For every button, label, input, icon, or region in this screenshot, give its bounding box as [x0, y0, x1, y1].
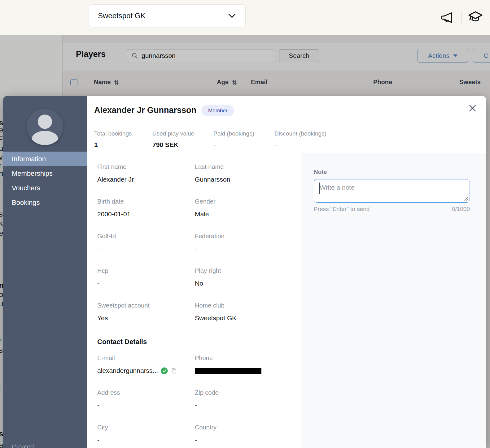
note-pane: Note Press "Enter" to send 0/1000 — [301, 153, 486, 448]
close-icon — [468, 104, 477, 112]
field-hcp: Hcp - — [97, 267, 195, 287]
club-selector[interactable]: Sweetspot GK — [89, 4, 246, 27]
person-icon — [27, 109, 63, 145]
redacted-phone-value — [195, 368, 261, 374]
tab-bookings[interactable]: Bookings — [3, 195, 87, 210]
field-phone: Phone — [195, 354, 301, 375]
field-sweetspot-account: Sweetspot account Yes — [97, 302, 195, 322]
note-label: Note — [314, 169, 470, 175]
field-address: Address - — [97, 389, 195, 409]
contact-details-heading: Contact Details — [97, 338, 301, 346]
close-button[interactable] — [467, 103, 478, 113]
tab-memberships[interactable]: Memberships — [3, 166, 87, 181]
verified-check-icon — [161, 367, 168, 374]
created-label: Created — [12, 443, 34, 448]
field-federation: Federation - — [195, 232, 301, 253]
modal-nav: Information Memberships Vouchers Booking… — [3, 152, 87, 210]
player-detail-modal: Information Memberships Vouchers Booking… — [3, 96, 486, 448]
note-box — [314, 179, 470, 203]
field-home-club: Home club Sweetspot GK — [195, 302, 301, 322]
club-selector-value: Sweetspot GK — [98, 11, 145, 20]
stat-total-bookings: Total bookings 1 — [94, 130, 152, 149]
stats-row: Total bookings 1 Used play value 790 SEK… — [87, 125, 486, 153]
field-last-name: Last name Gunnarsson — [195, 163, 301, 183]
note-counter: 0/1000 — [452, 206, 470, 213]
academy-button[interactable] — [467, 9, 484, 26]
announcements-button[interactable] — [439, 9, 456, 26]
field-birth-date: Birth date 2000-01-01 — [97, 198, 195, 218]
topbar-icons — [439, 0, 484, 35]
chevron-down-icon — [228, 13, 236, 18]
information-pane: First name Alexander Jr Last name Gunnar… — [87, 153, 301, 448]
modal-main: Alexander Jr Gunnarsson Member Total boo… — [87, 96, 486, 448]
field-play-right: Play-right No — [195, 267, 301, 287]
field-golf-id: Golf-Id - — [97, 232, 195, 253]
stat-used-play-value: Used play value 790 SEK — [152, 130, 213, 149]
avatar — [27, 109, 63, 145]
field-gender: Gender Male — [195, 198, 301, 218]
tab-vouchers[interactable]: Vouchers — [3, 181, 87, 195]
topbar: Sweetspot GK — [0, 0, 490, 35]
tab-information[interactable]: Information — [3, 152, 87, 166]
field-zip-code: Zip code - — [195, 389, 301, 409]
field-country: Country - — [195, 424, 301, 444]
field-city: City - — [97, 424, 195, 444]
copy-icon[interactable] — [171, 367, 177, 374]
topbar-divider — [461, 11, 462, 24]
note-textarea[interactable] — [314, 179, 470, 203]
modal-sidebar: Information Memberships Vouchers Booking… — [3, 96, 87, 448]
text-cursor — [319, 183, 320, 194]
stat-discount-bookings: Discount (bookings) - — [274, 130, 326, 149]
modal-body: First name Alexander Jr Last name Gunnar… — [87, 153, 486, 448]
note-hint: Press "Enter" to send — [314, 206, 370, 213]
graduation-cap-icon — [468, 10, 483, 25]
email-value: alexandergunnarss... — [97, 367, 158, 375]
app-root: Sweetspot GK — [0, 0, 490, 448]
note-meta: Press "Enter" to send 0/1000 — [314, 206, 470, 213]
player-name-title: Alexander Jr Gunnarsson — [94, 104, 196, 116]
stat-paid-bookings: Paid (bookings) - — [213, 130, 274, 149]
field-first-name: First name Alexander Jr — [97, 163, 195, 183]
field-email: E-mail alexandergunnarss... — [97, 354, 195, 375]
member-badge: Member — [201, 105, 234, 116]
modal-header: Alexander Jr Gunnarsson Member — [87, 96, 486, 125]
megaphone-icon — [440, 11, 454, 25]
